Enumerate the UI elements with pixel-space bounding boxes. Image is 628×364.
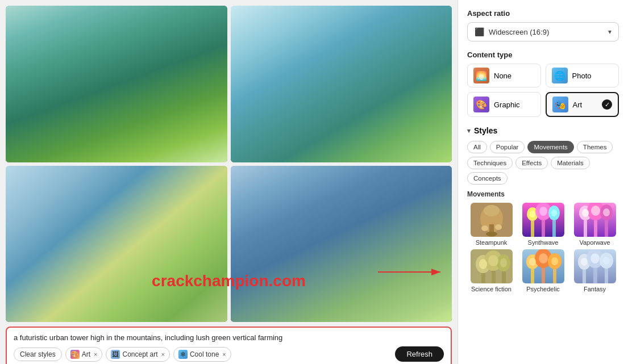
svg-point-70: [486, 232, 497, 236]
svg-point-54: [325, 276, 367, 286]
svg-rect-3: [99, 30, 134, 135]
content-type-none[interactable]: 🌅 None: [467, 64, 541, 87]
svg-rect-0: [6, 7, 227, 161]
image-grid: [6, 6, 452, 322]
art-tag-close[interactable]: ×: [94, 351, 97, 358]
svg-point-50: [305, 275, 377, 291]
svg-rect-118: [583, 270, 586, 283]
svg-point-17: [189, 137, 227, 162]
svg-point-27: [304, 127, 367, 140]
svg-point-13: [49, 71, 85, 80]
movement-synthwave[interactable]: Synthwave: [519, 203, 567, 246]
content-type-title: Content type: [467, 51, 619, 59]
concept-art-tag-label: Concept art: [122, 350, 157, 358]
aspect-ratio-dropdown[interactable]: ⬛ Widescreen (16:9) ▾: [467, 22, 619, 41]
content-type-graphic[interactable]: 🎨 Graphic: [467, 92, 541, 117]
content-type-none-label: None: [494, 72, 511, 80]
chevron-down-icon: ▾: [608, 28, 612, 36]
movement-vaporwave[interactable]: Vaporwave: [571, 203, 619, 246]
svg-point-29: [325, 26, 346, 35]
svg-point-86: [591, 206, 600, 216]
svg-point-9: [100, 87, 132, 95]
svg-rect-99: [492, 271, 496, 283]
filter-themes[interactable]: Themes: [577, 141, 613, 153]
style-filter-row-2: Techniques Effects Materials Concepts: [467, 157, 619, 185]
cool-tone-tag-close[interactable]: ×: [222, 351, 226, 358]
filter-concepts[interactable]: Concepts: [467, 172, 508, 185]
movement-fantasy[interactable]: Fantasy: [571, 249, 619, 292]
svg-rect-56: [331, 173, 351, 181]
svg-point-107: [551, 257, 558, 265]
svg-point-10: [102, 32, 125, 41]
svg-rect-119: [593, 268, 597, 283]
svg-point-53: [314, 253, 354, 263]
concept-art-tag-close[interactable]: ×: [161, 351, 165, 358]
svg-point-106: [539, 253, 548, 263]
movement-steampunk[interactable]: Steampunk: [467, 203, 515, 246]
svg-point-75: [530, 211, 535, 217]
generated-image-1[interactable]: [6, 6, 227, 162]
cool-tone-tag[interactable]: ❄ Cool tone ×: [173, 347, 231, 362]
cool-tone-tag-label: Cool tone: [190, 350, 219, 358]
widescreen-icon: ⬛: [475, 27, 484, 36]
svg-point-61: [376, 306, 446, 323]
svg-point-47: [309, 206, 373, 221]
svg-point-95: [479, 259, 487, 269]
svg-marker-36: [6, 219, 227, 321]
refresh-button[interactable]: Refresh: [395, 346, 444, 362]
svg-point-40: [190, 181, 208, 187]
svg-point-97: [500, 258, 507, 267]
svg-rect-100: [502, 271, 506, 283]
art-tag[interactable]: 🎨 Art ×: [65, 347, 103, 362]
svg-rect-120: [605, 269, 608, 283]
svg-point-21: [376, 19, 435, 42]
generated-image-4[interactable]: [231, 166, 452, 323]
movement-science-fiction[interactable]: Science fiction: [467, 249, 515, 292]
svg-rect-80: [552, 220, 556, 237]
svg-point-42: [186, 308, 227, 323]
svg-point-26: [305, 111, 366, 124]
cool-tone-tag-icon: ❄: [178, 350, 188, 359]
clear-styles-button[interactable]: Clear styles: [14, 348, 62, 361]
svg-point-51: [315, 206, 350, 216]
svg-rect-34: [6, 167, 227, 321]
svg-point-68: [481, 225, 488, 231]
svg-rect-57: [265, 225, 283, 321]
filter-all[interactable]: All: [467, 141, 487, 153]
svg-point-115: [590, 253, 600, 263]
art-selected-check: ✓: [602, 99, 612, 110]
generated-image-3[interactable]: [6, 166, 227, 323]
svg-point-38: [102, 247, 143, 259]
svg-point-85: [582, 209, 589, 217]
prompt-bottom-bar: a futuristic urban tower high in the mou…: [6, 327, 452, 364]
svg-point-58: [263, 220, 286, 228]
content-type-art[interactable]: 🎭 Art ✓: [546, 92, 619, 117]
content-type-photo[interactable]: 🌐 Photo: [546, 64, 619, 87]
content-type-art-label: Art: [573, 101, 583, 109]
svg-rect-89: [594, 220, 597, 237]
svg-point-41: [6, 304, 61, 323]
movements-title: Movements: [467, 190, 619, 198]
filter-materials[interactable]: Materials: [551, 157, 590, 169]
movement-psychedelic[interactable]: Psychedelic: [519, 249, 567, 292]
filter-movements[interactable]: Movements: [527, 141, 573, 153]
fantasy-thumb: [574, 249, 616, 283]
content-type-graphic-label: Graphic: [494, 101, 520, 109]
generated-image-2[interactable]: [231, 6, 452, 162]
svg-point-16: [6, 132, 47, 161]
concept-art-tag[interactable]: 🖼 Concept art ×: [106, 347, 169, 362]
svg-point-49: [306, 252, 376, 267]
svg-point-116: [581, 258, 588, 266]
svg-rect-108: [531, 269, 534, 283]
steampunk-thumb: [471, 203, 513, 237]
filter-effects[interactable]: Effects: [515, 157, 548, 169]
prompt-text: a futuristic urban tower high in the mou…: [14, 333, 444, 342]
svg-point-32: [231, 141, 301, 162]
aspect-ratio-title: Aspect ratio: [467, 9, 619, 18]
svg-rect-14: [6, 135, 227, 161]
filter-popular[interactable]: Popular: [490, 141, 525, 153]
filter-techniques[interactable]: Techniques: [467, 157, 513, 169]
svg-rect-59: [231, 307, 452, 321]
svg-point-48: [307, 229, 375, 244]
svg-point-44: [260, 173, 435, 254]
